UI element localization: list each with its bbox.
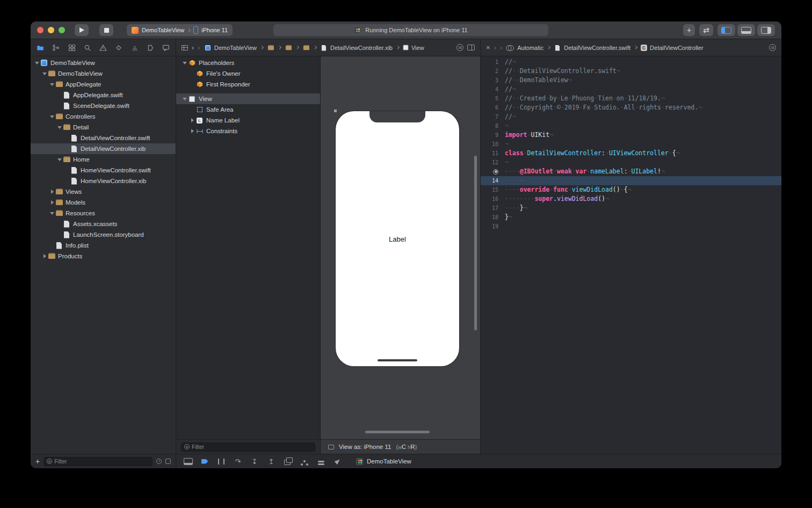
tree-row-resources[interactable]: Resources: [31, 208, 176, 219]
disclosure-open-icon[interactable]: [49, 115, 55, 118]
environment-overrides-icon[interactable]: [316, 457, 326, 466]
horizontal-scrollbar[interactable]: [365, 431, 430, 433]
disclosure-open-icon[interactable]: [56, 158, 63, 161]
code-line-13[interactable]: ····@IBOutlet·weak·var·nameLabel:·UILabe…: [481, 167, 781, 176]
disclosure-closed-icon[interactable]: [49, 200, 55, 205]
issue-navigator-tab[interactable]: [99, 44, 107, 52]
tree-row-detail[interactable]: Detail: [31, 122, 176, 133]
selection-handle[interactable]: [334, 110, 337, 112]
folder-icon[interactable]: [285, 45, 292, 51]
breadcrumb-file[interactable]: DetailViewController.swift: [554, 44, 630, 52]
code-line-14[interactable]: 14····¬: [481, 176, 781, 185]
disclosure-open-icon[interactable]: [56, 126, 63, 129]
breadcrumb-file[interactable]: DetailViewController.xib: [320, 44, 393, 52]
code-line-4[interactable]: 4//¬: [481, 85, 781, 94]
code-line-2[interactable]: 2//··DetailViewController.swift¬: [481, 67, 781, 76]
report-navigator-tab[interactable]: [162, 44, 170, 52]
close-editor-icon[interactable]: ×: [486, 44, 490, 51]
toggle-inspector-button[interactable]: [757, 24, 775, 36]
add-editor-icon[interactable]: [467, 45, 475, 50]
outline-row-first-responder[interactable]: First Responder: [176, 79, 320, 90]
tree-row-controllers[interactable]: Controllers: [31, 111, 176, 122]
outline-row-constraints[interactable]: Constraints: [176, 126, 320, 136]
code-line-10[interactable]: 10¬: [481, 140, 781, 149]
editor-options-icon[interactable]: [456, 44, 463, 51]
forward-button[interactable]: ›: [500, 44, 502, 51]
find-navigator-tab[interactable]: [84, 44, 91, 52]
zoom-window-button[interactable]: [59, 27, 65, 33]
code-line-9[interactable]: 9import·UIKit¬: [481, 130, 781, 140]
breadcrumb-symbol[interactable]: C DetailViewController: [641, 45, 703, 51]
back-button[interactable]: ‹: [192, 44, 194, 51]
stop-button[interactable]: [99, 24, 113, 36]
step-over-icon[interactable]: ↷: [233, 457, 243, 466]
tree-row-info-plist[interactable]: Info.plist: [31, 240, 176, 251]
breadcrumb-mode[interactable]: Automatic: [517, 45, 543, 51]
add-file-button[interactable]: +: [35, 458, 40, 465]
outline-filter-input[interactable]: [192, 444, 312, 450]
breakpoints-icon[interactable]: [200, 457, 209, 466]
code-line-16[interactable]: 16········super.viewDidLoad()¬: [481, 194, 781, 204]
disclosure-closed-icon[interactable]: [189, 118, 195, 122]
disclosure-closed-icon[interactable]: [189, 129, 195, 133]
disclosure-closed-icon[interactable]: [41, 254, 48, 258]
tree-row-views[interactable]: Views: [31, 186, 176, 197]
code-line-19[interactable]: 19: [481, 222, 781, 231]
tree-row-demotableview[interactable]: DemoTableView: [31, 57, 176, 68]
breakpoint-navigator-tab[interactable]: [147, 44, 154, 52]
device-bezels-icon[interactable]: [328, 445, 334, 449]
navigator-filter-input[interactable]: [54, 458, 149, 465]
disclosure-open-icon[interactable]: [182, 62, 188, 64]
toggle-debug-area-button[interactable]: [737, 24, 755, 36]
name-label-view[interactable]: Label: [336, 235, 459, 243]
iphone-preview[interactable]: Label: [336, 111, 459, 366]
ib-canvas[interactable]: Label: [321, 56, 480, 439]
tree-row-products[interactable]: Products: [31, 251, 176, 262]
toggle-navigator-button[interactable]: [717, 24, 735, 36]
tree-row-scenedelegate-swift[interactable]: SceneDelegate.swift: [31, 100, 176, 111]
outlet-connection-well[interactable]: [493, 169, 498, 175]
disclosure-open-icon[interactable]: [49, 83, 55, 86]
tree-row-homeviewcontroller-xib[interactable]: HomeViewController.xib: [31, 176, 176, 186]
library-button[interactable]: +: [683, 24, 695, 36]
run-button[interactable]: [75, 24, 89, 36]
tree-row-home[interactable]: Home: [31, 154, 176, 165]
editor-mode-button[interactable]: ⇄: [699, 24, 713, 36]
code-line-7[interactable]: 7//¬: [481, 112, 781, 121]
tree-row-launchscreen-storyboard[interactable]: LaunchScreen.storyboard: [31, 229, 176, 240]
tree-row-detailviewcontroller-swift[interactable]: DetailViewController.swift: [31, 133, 176, 143]
device-configuration-bar[interactable]: View as: iPhone 11 (wC hR): [321, 440, 480, 454]
code-line-5[interactable]: 5//··Created·by·Le·Phuong·Tien·on·11/18/…: [481, 94, 781, 103]
code-lines[interactable]: 1//¬2//··DetailViewController.swift¬3//·…: [481, 56, 781, 454]
disclosure-open-icon[interactable]: [34, 62, 40, 64]
memory-graph-icon[interactable]: [300, 457, 309, 466]
recent-files-filter-icon[interactable]: [156, 459, 162, 464]
debug-navigator-tab[interactable]: [131, 44, 139, 52]
symbol-navigator-tab[interactable]: [68, 44, 76, 52]
outline-row-view[interactable]: View: [176, 93, 320, 104]
code-line-3[interactable]: 3//··DemoTableView¬: [481, 76, 781, 85]
outline-row-name-label[interactable]: LName Label: [176, 115, 320, 126]
code-line-8[interactable]: 8¬: [481, 121, 781, 130]
tree-row-appdelegate-swift[interactable]: AppDelegate.swift: [31, 90, 176, 100]
related-items-icon[interactable]: [182, 45, 188, 50]
vertical-scrollbar[interactable]: [474, 156, 477, 330]
outline-filter-field[interactable]: [181, 442, 315, 452]
code-line-18[interactable]: 18}¬: [481, 213, 781, 222]
folder-icon[interactable]: [303, 45, 309, 51]
code-line-6[interactable]: 6//··Copyright·©·2019·Fx·Studio.·All·rig…: [481, 103, 781, 112]
outline-row-file-s-owner[interactable]: File's Owner: [176, 68, 320, 79]
tree-row-detailviewcontroller-xib[interactable]: DetailViewController.xib: [31, 143, 176, 154]
tree-row-models[interactable]: Models: [31, 197, 176, 208]
editor-options-icon[interactable]: [769, 44, 776, 51]
source-control-navigator-tab[interactable]: [52, 44, 60, 52]
tree-row-assets-xcassets[interactable]: Assets.xcassets: [31, 219, 176, 229]
code-line-11[interactable]: 11class·DetailViewController:·UIViewCont…: [481, 149, 781, 158]
source-control-filter-icon[interactable]: [165, 459, 171, 464]
close-window-button[interactable]: [37, 27, 44, 33]
outline-row-placeholders[interactable]: Placeholders: [176, 57, 320, 68]
counterparts-icon[interactable]: [506, 45, 513, 50]
code-line-1[interactable]: 1//¬: [481, 57, 781, 67]
view-hierarchy-icon[interactable]: [283, 457, 293, 466]
code-line-17[interactable]: 17····}¬: [481, 204, 781, 213]
